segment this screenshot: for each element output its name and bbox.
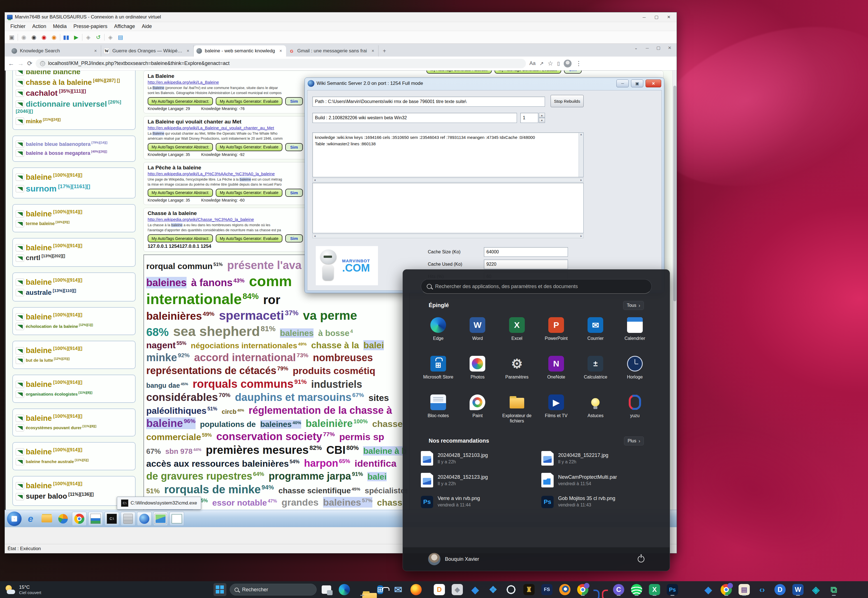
play-icon[interactable]: ▶: [72, 33, 80, 42]
autotags-button[interactable]: My AutoTags Generator Abstract:: [148, 189, 213, 197]
taskbar-diamond-app[interactable]: ◆: [469, 583, 482, 596]
autotags-button[interactable]: My AutoTags Generator Abstract:: [148, 143, 213, 151]
cloud-term[interactable]: minke92%: [146, 351, 190, 363]
expand-arrow-icon[interactable]: [16, 150, 24, 157]
app-calendrier[interactable]: Calendrier: [615, 313, 655, 349]
site-info-icon[interactable]: ⓘ: [40, 61, 45, 66]
autotags-button[interactable]: My AutoTags Generator Abstract:: [426, 70, 492, 74]
start-button[interactable]: [213, 583, 226, 596]
cloud-term[interactable]: programme jarpa91%: [269, 470, 363, 482]
sidebar-item[interactable]: baleine bleue balaenoptera [79%][14][]: [16, 141, 132, 148]
app-courrier[interactable]: ✉Courrier: [576, 313, 615, 349]
expand-arrow-icon[interactable]: [16, 141, 24, 148]
cloud-term[interactable]: à fanons43%: [191, 277, 244, 289]
taskbar-edge[interactable]: [338, 583, 351, 596]
sidebar-item[interactable]: dictionnaire universel [26%] [2046][]: [16, 99, 132, 116]
vm-notes-app[interactable]: [169, 512, 184, 526]
taskbar-word[interactable]: W: [792, 583, 804, 596]
taskbar-firefox[interactable]: [409, 583, 423, 596]
expand-arrow-icon[interactable]: [16, 210, 24, 218]
tab-close-icon[interactable]: ×: [370, 48, 375, 54]
forward-icon[interactable]: →: [18, 60, 24, 67]
cloud-term[interactable]: balei: [367, 472, 386, 481]
autotags-button[interactable]: My AutoTags Generator Abstract:: [148, 97, 213, 105]
stats-vscrollbar[interactable]: ▲: [579, 133, 583, 177]
recommended-file[interactable]: NewCamProptectMulti.parvendredi à 11:54: [541, 473, 662, 487]
cloud-term[interactable]: identifica: [355, 458, 396, 469]
cloud-term[interactable]: négociations internationales49%: [191, 341, 306, 350]
expand-arrow-icon[interactable]: [16, 381, 24, 388]
spinner-down-icon[interactable]: ▼: [539, 118, 545, 123]
vm-start-orb[interactable]: [7, 511, 22, 526]
cloud-term[interactable]: conservation society77%: [216, 431, 335, 443]
cloud-term[interactable]: accord international73%: [194, 351, 309, 363]
expand-arrow-icon[interactable]: [16, 313, 24, 321]
spinner-up-icon[interactable]: ▲: [539, 113, 545, 118]
taskbar-photos[interactable]: [684, 583, 697, 596]
log-hscrollbar[interactable]: ◄►: [312, 234, 584, 238]
tab-baleine-web-semantic-knowledg[interactable]: baleine - web semantic knowledg×: [193, 45, 286, 57]
cloud-term[interactable]: comm: [249, 273, 292, 289]
tab-close-icon[interactable]: ×: [93, 48, 98, 54]
cloud-term[interactable]: grandes: [282, 497, 319, 508]
cloud-term[interactable]: dauphins et marsouins67%: [235, 392, 364, 403]
rdp-titlebar[interactable]: Marvin764B sur BASILOSAURUS - Connexion …: [5, 12, 677, 22]
rdp-minimize-button[interactable]: ─: [639, 14, 650, 21]
menu-fichier[interactable]: Fichier: [7, 23, 28, 30]
cloud-term[interactable]: essor notable47%: [212, 498, 277, 507]
cloud-term[interactable]: sites: [369, 393, 389, 403]
taskbar-chrome-1[interactable]: [576, 583, 589, 596]
dialog-minimize-button[interactable]: ─: [616, 79, 629, 87]
share-icon[interactable]: ↗: [539, 60, 544, 67]
expand-arrow-icon[interactable]: [16, 357, 24, 364]
vm-chart-app[interactable]: [88, 512, 103, 526]
cloud-term[interactable]: ror: [263, 293, 280, 306]
menu-kebab-icon[interactable]: ⋮: [576, 60, 582, 67]
recommended-file[interactable]: PsGob Mojitos 35 cl rvb.pngvendredi à 11…: [541, 495, 662, 508]
app-word[interactable]: WWord: [458, 313, 497, 349]
cloud-term[interactable]: baleines40%: [260, 420, 301, 429]
vm-image-app[interactable]: [153, 512, 168, 526]
taskbar-vscode[interactable]: ‹›: [756, 583, 769, 596]
vm-globe-app[interactable]: [137, 512, 151, 526]
cloud-term[interactable]: 51%: [146, 487, 160, 495]
vm-cmd[interactable]: [105, 512, 119, 526]
sidebar-item[interactable]: chasse à la baleine [48%][287] []: [16, 78, 132, 87]
taskbar-spotify[interactable]: [630, 583, 643, 596]
rdp-close-button[interactable]: ✕: [663, 14, 675, 21]
chrome-minimize-button[interactable]: ─: [642, 44, 652, 51]
sidebar-item[interactable]: écholocation de la baleine [12%][1][]: [16, 323, 132, 330]
taskbar-courrier[interactable]: ✉: [392, 583, 405, 596]
cloud-term[interactable]: baleines: [280, 328, 313, 338]
chrome-restore-button[interactable]: ▢: [653, 44, 664, 51]
vm-internet-explorer[interactable]: e: [23, 512, 38, 526]
sidebar-item[interactable]: terme baleine [16%][9][]: [16, 220, 132, 227]
cloud-term[interactable]: sbn 97844%: [165, 447, 201, 456]
cloud-term[interactable]: 67%: [146, 447, 161, 456]
cache-value-field[interactable]: 64000: [484, 247, 568, 257]
chrome-close-button[interactable]: ✕: [664, 44, 675, 51]
sidebar-item[interactable]: baleine [100%][914][]: [16, 312, 132, 321]
app-microsoft-store[interactable]: Microsoft Store: [418, 352, 458, 388]
taskbar-excel[interactable]: X: [648, 583, 661, 596]
cloud-term[interactable]: accès aux ressources baleinières54%: [146, 459, 300, 469]
cloud-term[interactable]: à bosse4: [318, 328, 353, 338]
autotags-button[interactable]: Sim: [285, 189, 303, 197]
sidebar-item[interactable]: baleine [100%][914][]: [16, 447, 132, 456]
app-explorateur-de-fichiers[interactable]: Explorateur de fichiers: [497, 390, 537, 426]
sidebar-item[interactable]: baleine [100%][914][]: [16, 346, 132, 355]
more-button[interactable]: Plus›: [624, 437, 644, 446]
taskbar-cube-app[interactable]: ❖: [487, 583, 499, 596]
app-astuces[interactable]: Astuces: [576, 390, 615, 426]
expand-arrow-icon[interactable]: [16, 424, 24, 431]
sidebar-item[interactable]: baleine [100%][914][]: [16, 277, 132, 287]
stats-hscrollbar[interactable]: ◄►: [312, 178, 584, 182]
recommended-file[interactable]: 20240428_152103.jpgIl y a 22h: [421, 451, 541, 466]
expand-arrow-icon[interactable]: [16, 493, 24, 500]
cloud-term[interactable]: présente l'ava: [227, 259, 301, 271]
stop-icon[interactable]: ◉: [30, 33, 38, 42]
vm-media-player[interactable]: [56, 512, 70, 526]
taskbar-flight-simulator[interactable]: FS: [540, 583, 553, 596]
taskbar-discord[interactable]: D: [774, 583, 787, 596]
cloud-term[interactable]: CBI80%: [326, 444, 358, 456]
